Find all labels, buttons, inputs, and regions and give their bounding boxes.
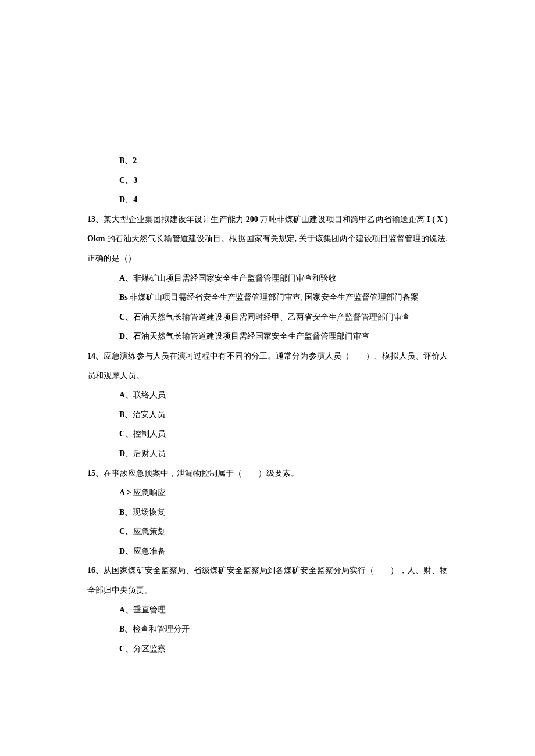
- option-text: 3: [133, 176, 137, 185]
- question-text-seg1: 从国家煤矿安全监察局、省级煤矿安全监察局到各煤矿安全监察分局实行（ ），人、财、…: [87, 566, 448, 594]
- leading-option-c: C、3: [87, 171, 448, 191]
- option-label: Bs: [119, 293, 130, 302]
- option-label: C、: [119, 313, 133, 321]
- q15-option-c: C、应急策划: [87, 522, 448, 542]
- option-label: A >: [119, 488, 133, 497]
- q16-option-a: A、垂直管理: [87, 600, 448, 620]
- option-label: B、: [119, 410, 133, 419]
- question-15: 15、在事故应急预案中，泄漏物控制属于（ ）级要素。: [87, 464, 448, 483]
- option-text: 应急策划: [133, 527, 166, 536]
- q14-option-c: C、控制人员: [87, 424, 448, 444]
- q13-option-a: A、非煤矿山项目需经国家安全生产监督管理部门审查和验收: [87, 268, 448, 288]
- option-text: 非煤矿山项目需经国家安全生产监督管理部门审查和验收: [133, 274, 337, 282]
- option-label: B、: [119, 508, 133, 517]
- option-text: 分区监察: [133, 644, 166, 653]
- option-text: 联络人员: [133, 390, 166, 399]
- option-text: 应急响应: [133, 488, 166, 497]
- question-number: 16、: [87, 566, 104, 575]
- option-label: A、: [119, 605, 133, 614]
- question-14: 14、应急演练参与人员在演习过程中有不同的分工。通常分为参演人员（ ）、模拟人员…: [87, 346, 448, 385]
- question-text-seg3: 的石油天然气长输管道建设项目。根据国家有关规定, 关于该集团两个建设项目监督管理…: [87, 234, 448, 263]
- q13-option-d: D、石油天然气长输管道建设项目需经国家安全生产监督管理部门审查: [87, 327, 448, 346]
- q13-option-c: C、石油天然气长输管道建设项目需同时经甲、乙两省安全生产监督管理部门审查: [87, 307, 448, 327]
- option-label: D、: [119, 449, 133, 458]
- option-label: B、: [119, 156, 133, 165]
- option-label: D、: [119, 195, 133, 204]
- q16-option-b: B、检查和管理分开: [87, 619, 448, 639]
- question-number: 14、: [87, 352, 104, 360]
- option-text: 现场恢复: [133, 508, 165, 517]
- option-text: 检查和管理分开: [133, 625, 190, 633]
- option-text: 治安人员: [133, 410, 165, 419]
- q15-option-d: D、应急准备: [87, 542, 448, 561]
- question-text-seg1: 在事故应急预案中，泄漏物控制属于（ ）级要素。: [104, 469, 299, 478]
- q14-option-d: D、后财人员: [87, 444, 448, 464]
- leading-option-d: D、4: [87, 190, 448, 210]
- q15-option-a: A > 应急响应: [87, 483, 448, 503]
- q15-option-b: B、现场恢复: [87, 503, 448, 522]
- question-number: 15、: [87, 469, 104, 478]
- question-16: 16、从国家煤矿安全监察局、省级煤矿安全监察局到各煤矿安全监察分局实行（ ），人…: [87, 561, 448, 600]
- q16-option-c: C、分区监察: [87, 639, 448, 659]
- leading-option-b: B、2: [87, 151, 448, 171]
- option-text: 2: [133, 156, 137, 165]
- option-label: C、: [119, 527, 133, 536]
- question-text-seg1: 某大型企业集团拟建设年设计生产能力: [104, 215, 245, 224]
- question-text-seg1: 应急演练参与人员在演习过程中有不同的分工。通常分为参演人员（ ）、模拟人员、评价…: [87, 352, 448, 380]
- option-label: A、: [119, 390, 133, 399]
- q13-option-b: Bs 非煤矿山项目需经省安全生产监督管理部门审查, 国家安全生产监督管理部门备案: [87, 288, 448, 307]
- option-text: 后财人员: [133, 449, 166, 458]
- option-text: 石油天然气长输管道建设项目需经国家安全生产监督管理部门审查: [133, 332, 369, 341]
- option-label: D、: [119, 547, 133, 556]
- option-label: A、: [119, 274, 133, 282]
- option-text: 控制人员: [133, 429, 166, 438]
- q14-option-b: B、治安人员: [87, 405, 448, 425]
- question-13: 13、某大型企业集团拟建设年设计生产能力 200 万吨非煤矿山建设项目和跨甲乙两…: [87, 210, 448, 268]
- q14-option-a: A、联络人员: [87, 385, 448, 405]
- option-text: 4: [133, 195, 137, 204]
- question-number: 13、: [87, 215, 104, 224]
- option-label: B、: [119, 625, 133, 633]
- question-bold-1: 200: [246, 215, 261, 224]
- option-label: C、: [119, 176, 133, 185]
- option-text: 石油天然气长输管道建设项目需同时经甲、乙两省安全生产监督管理部门审查: [133, 313, 410, 321]
- option-label: D、: [119, 332, 133, 341]
- option-label: C、: [119, 644, 133, 653]
- option-text: 非煤矿山项目需经省安全生产监督管理部门审查, 国家安全生产监督管理部门备案: [130, 293, 419, 302]
- option-text: 应急准备: [133, 547, 166, 556]
- option-text: 垂直管理: [133, 605, 166, 614]
- question-text-seg2: 万吨非煤矿山建设项目和跨甲乙两省输送距离: [260, 215, 427, 224]
- option-label: C、: [119, 429, 133, 438]
